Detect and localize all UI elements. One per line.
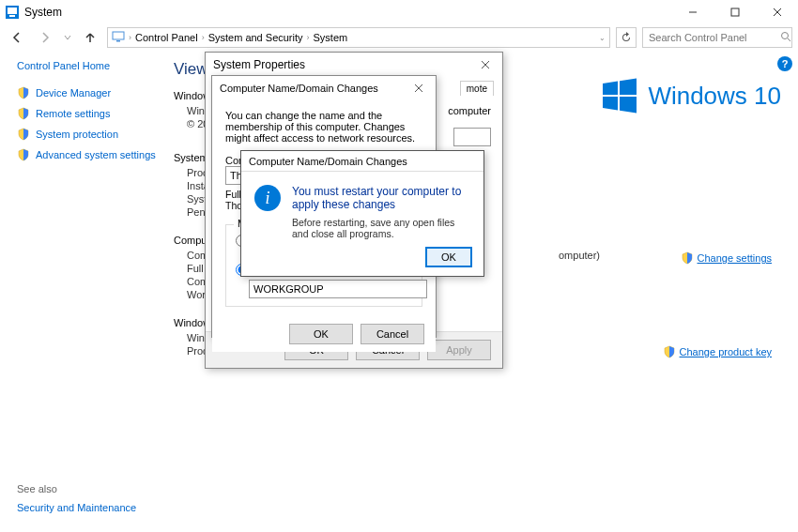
maximize-button[interactable] (714, 0, 756, 24)
dialog-titlebar[interactable]: Computer Name/Domain Changes (241, 151, 483, 172)
sidebar-link-device-manager[interactable]: Device Manager (17, 86, 157, 99)
sidebar: Control Panel Home Device Manager Remote… (0, 51, 164, 532)
refresh-button[interactable] (616, 27, 637, 48)
navbar: › Control Panel › System and Security › … (0, 24, 798, 51)
cancel-button[interactable]: Cancel (361, 324, 424, 344)
windows-logo: Windows 10 (601, 77, 781, 114)
shield-icon (17, 148, 30, 161)
help-icon[interactable]: ? (777, 56, 792, 71)
svg-rect-6 (113, 32, 124, 39)
ok-button[interactable]: OK (425, 247, 472, 267)
description-input-fragment[interactable] (453, 128, 491, 146)
svg-rect-1 (9, 15, 15, 17)
see-also-link[interactable]: Security and Maintenance (17, 502, 136, 513)
see-also-header: See also (17, 483, 136, 494)
restart-body: Before restarting, save any open files a… (292, 217, 470, 239)
monitor-icon (112, 31, 125, 44)
dialog-body: i You must restart your computer to appl… (241, 172, 483, 247)
svg-rect-7 (116, 40, 120, 42)
windows-logo-icon (601, 77, 638, 114)
dialog-titlebar[interactable]: Computer Name/Domain Changes (212, 76, 436, 100)
dialog-title: System Properties (213, 58, 476, 71)
search-icon (780, 31, 791, 44)
shield-icon (681, 251, 694, 265)
breadcrumb-dropdown-icon[interactable]: ⌄ (599, 34, 606, 42)
system-app-icon (6, 6, 19, 19)
tab-remote[interactable]: mote (460, 81, 494, 96)
restart-headline: You must restart your computer to apply … (292, 185, 470, 211)
computer-label: computer (448, 105, 491, 116)
close-button[interactable] (756, 0, 798, 24)
forward-button[interactable] (34, 26, 56, 49)
close-icon[interactable] (476, 55, 495, 74)
chevron-right-icon: › (129, 33, 131, 42)
shield-icon (17, 128, 30, 141)
dialog-titlebar[interactable]: System Properties (206, 53, 502, 77)
windows-logo-text: Windows 10 (648, 82, 781, 111)
breadcrumb-item[interactable]: System (314, 32, 348, 43)
sidebar-link-system-protection[interactable]: System protection (17, 128, 157, 141)
close-icon[interactable] (409, 79, 428, 98)
svg-line-9 (788, 38, 790, 41)
control-panel-home-link[interactable]: Control Panel Home (17, 60, 157, 71)
apply-button[interactable]: Apply (427, 340, 491, 360)
back-button[interactable] (6, 26, 28, 49)
dialog-title: Computer Name/Domain Changes (249, 156, 476, 167)
breadcrumb[interactable]: › Control Panel › System and Security › … (107, 27, 610, 48)
shield-icon (663, 345, 676, 358)
up-button[interactable] (79, 26, 101, 49)
search-input[interactable] (647, 31, 780, 44)
minimize-button[interactable] (671, 0, 714, 24)
svg-point-8 (782, 33, 789, 39)
intro-text: You can change the name and the membersh… (225, 110, 422, 144)
svg-marker-13 (620, 97, 637, 114)
svg-rect-0 (8, 8, 17, 14)
recent-dropdown[interactable] (62, 26, 73, 49)
computer-name-suffix: omputer) (559, 250, 600, 261)
dialog-footer: OK (241, 247, 483, 277)
see-also: See also Security and Maintenance (17, 483, 136, 521)
breadcrumb-item[interactable]: System and Security (208, 32, 303, 43)
dialog-footer: OK Cancel (212, 316, 436, 352)
svg-rect-3 (731, 8, 739, 16)
sidebar-link-advanced-settings[interactable]: Advanced system settings (17, 148, 157, 161)
info-icon: i (254, 185, 281, 211)
shield-icon (17, 86, 30, 99)
restart-prompt-dialog: Computer Name/Domain Changes i You must … (240, 150, 484, 277)
change-product-key-link[interactable]: Change product key (663, 345, 772, 358)
shield-icon (17, 107, 30, 120)
titlebar: System (0, 0, 798, 24)
workgroup-input[interactable] (249, 280, 427, 298)
svg-marker-10 (603, 82, 618, 96)
sidebar-link-remote-settings[interactable]: Remote settings (17, 107, 157, 120)
ok-button[interactable]: OK (289, 324, 353, 344)
dialog-title: Computer Name/Domain Changes (220, 83, 409, 94)
svg-marker-11 (620, 79, 637, 96)
search-box[interactable] (642, 27, 792, 48)
chevron-right-icon: › (307, 33, 310, 42)
chevron-right-icon: › (202, 33, 205, 42)
window-title: System (24, 6, 671, 19)
breadcrumb-item[interactable]: Control Panel (135, 32, 198, 43)
change-settings-link[interactable]: Change settings (681, 251, 773, 265)
svg-marker-12 (603, 97, 618, 111)
